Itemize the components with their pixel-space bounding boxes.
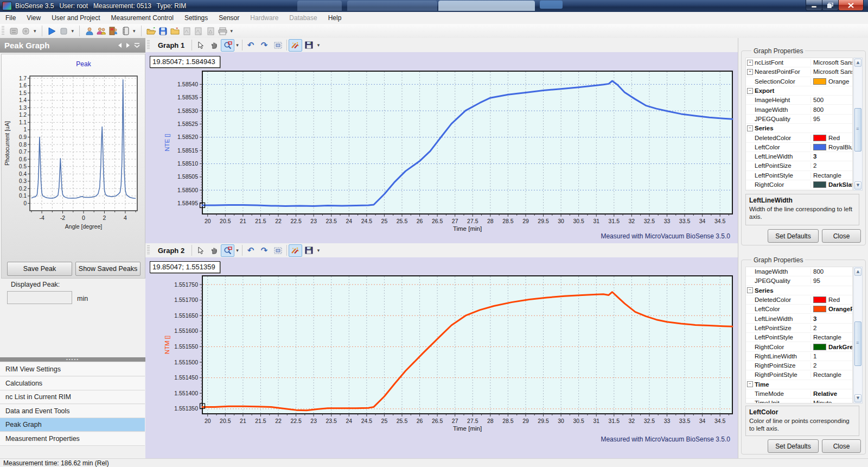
menu-file[interactable]: File <box>0 12 21 23</box>
restore-button[interactable] <box>822 0 839 11</box>
set-defaults-button[interactable]: Set Defaults <box>768 229 819 243</box>
menu-settings[interactable]: Settings <box>179 12 213 23</box>
property-row[interactable]: DeletedColorRed <box>746 133 852 142</box>
users-icon[interactable] <box>95 25 107 37</box>
import-folder-icon[interactable] <box>169 25 181 37</box>
property-row[interactable]: LeftColorRoyalBlue <box>746 143 852 152</box>
property-row[interactable]: RightLineWidth1 <box>746 352 852 361</box>
device-dropdown-arrow[interactable]: ▾ <box>32 28 38 34</box>
menu-user-and-project[interactable]: User and Project <box>46 12 105 23</box>
scrollbar-thumb[interactable] <box>854 108 861 152</box>
property-row[interactable]: JPEGQuality95 <box>746 115 852 124</box>
property-row[interactable]: +ncListFontMicrosoft Sans Ser <box>746 58 852 67</box>
graph1-property-grid[interactable]: +ncListFontMicrosoft Sans Ser+NearestPoi… <box>745 58 853 191</box>
scroll-up-icon[interactable]: ▲ <box>854 268 861 276</box>
zoom-tool-icon[interactable] <box>221 39 234 52</box>
property-row[interactable]: LeftPointStyleRectangle <box>746 333 852 342</box>
scroll-up-icon[interactable]: ▲ <box>854 59 861 67</box>
property-row[interactable]: ImageWidth800 <box>746 105 852 114</box>
zoom-tool-icon[interactable] <box>221 244 234 257</box>
nav-item-peak-graph[interactable]: Peak Graph <box>0 418 145 432</box>
graph-settings-icon[interactable] <box>289 39 302 52</box>
property-row[interactable]: RightLineWidth1 <box>746 190 852 191</box>
redo-icon[interactable]: ↷ <box>258 244 271 257</box>
zoom-dropdown-arrow[interactable]: ▾ <box>234 42 240 48</box>
pan-tool-icon[interactable] <box>207 244 221 257</box>
user-dropdown-arrow[interactable]: ▾ <box>131 28 137 34</box>
graph1-area[interactable]: 19.85047; 1.584943 2020.52121.52222.5232… <box>145 52 738 243</box>
nav-item-calculations[interactable]: Calculations <box>0 377 145 390</box>
graph2-property-grid[interactable]: ImageWidth800JPEGQuality95−SeriesDeleted… <box>745 267 853 403</box>
open-file-icon[interactable] <box>145 25 157 37</box>
panel-collapse-icon[interactable] <box>134 43 140 48</box>
property-row[interactable]: RightColorDarkGreen <box>746 342 852 351</box>
save-graph-icon[interactable] <box>302 244 316 257</box>
close-button[interactable]: Close <box>822 229 861 243</box>
device-disconnect-icon[interactable] <box>20 25 32 37</box>
sensor-notebook-icon[interactable] <box>119 25 131 37</box>
nav-item-rim-view-settings[interactable]: RIM View Settings <box>0 363 145 376</box>
graph2-properties-scrollbar[interactable]: ▲ ▼ <box>853 267 863 403</box>
property-row[interactable]: DeletedColorRed <box>746 295 852 305</box>
property-row[interactable]: LeftLineWidth3 <box>746 152 852 161</box>
zoom-dropdown-arrow[interactable]: ▾ <box>234 248 240 253</box>
pointer-tool-icon[interactable] <box>194 39 207 52</box>
graph1-properties-scrollbar[interactable]: ▲ ▼ <box>853 58 863 191</box>
property-row[interactable]: RightPointSize2 <box>746 361 852 370</box>
undo-icon[interactable]: ↶ <box>244 39 258 52</box>
property-row[interactable]: ImageWidth800 <box>746 267 852 276</box>
property-row[interactable]: ImageHeight500 <box>746 96 852 105</box>
close-button[interactable] <box>838 0 864 11</box>
redo-icon[interactable]: ↷ <box>258 39 271 52</box>
print-dropdown-arrow[interactable]: ▾ <box>229 28 235 34</box>
save-peak-button[interactable]: Save Peak <box>7 262 72 276</box>
menu-view[interactable]: View <box>21 12 46 23</box>
property-row[interactable]: LeftColorOrangeRed <box>746 305 852 314</box>
save-file-icon[interactable] <box>157 25 169 37</box>
undo-icon[interactable]: ↶ <box>244 244 258 257</box>
property-group-row[interactable]: −Export <box>746 86 852 96</box>
peak-chart[interactable]: Peak00.10.20.30.40.50.60.70.80.911.11.21… <box>2 54 144 250</box>
property-row[interactable]: LeftPointSize2 <box>746 161 852 171</box>
property-row[interactable]: +NearestPointForMicrosoft Sans Ser <box>746 67 852 77</box>
property-group-row[interactable]: −Series <box>746 286 852 295</box>
graph-settings-icon[interactable] <box>289 244 302 257</box>
save-graph-dropdown-arrow[interactable]: ▾ <box>316 42 322 48</box>
nav-item-data-and-event-tools[interactable]: Data and Event Tools <box>0 405 145 418</box>
property-group-row[interactable]: −Series <box>746 124 852 133</box>
graph2-area[interactable]: 19.85047; 1.551359 2020.52121.52222.5232… <box>145 257 738 458</box>
panel-prev-icon[interactable] <box>118 43 122 48</box>
property-row[interactable]: TimeUnitMinute <box>746 399 852 403</box>
menu-sensor[interactable]: Sensor <box>213 12 245 23</box>
property-row[interactable]: JPEGQuality95 <box>746 276 852 286</box>
panel-splitter[interactable]: ••••• <box>0 357 145 362</box>
user-icon[interactable] <box>84 25 95 37</box>
save-graph-icon[interactable] <box>302 39 316 52</box>
set-defaults-button[interactable]: Set Defaults <box>768 439 819 453</box>
close-button[interactable]: Close <box>822 439 861 453</box>
property-row[interactable]: RightPointStyleRectangle <box>746 370 852 380</box>
scroll-down-icon[interactable]: ▼ <box>854 181 861 190</box>
menu-measurement-control[interactable]: Measurement Control <box>106 12 179 23</box>
start-measurement-button[interactable] <box>46 25 58 37</box>
property-row[interactable]: LeftPointSize2 <box>746 324 852 333</box>
scroll-down-icon[interactable]: ▼ <box>854 394 861 402</box>
stop-measurement-button[interactable] <box>58 25 70 37</box>
save-graph-dropdown-arrow[interactable]: ▾ <box>316 248 322 253</box>
minimize-button[interactable] <box>806 0 822 11</box>
scrollbar-thumb[interactable] <box>854 321 861 366</box>
property-row[interactable]: TimeModeRelative <box>746 389 852 399</box>
pan-tool-icon[interactable] <box>207 39 221 52</box>
nav-item-nc-list-in-current-rim[interactable]: nc List in Current RIM <box>0 390 145 404</box>
measurement-dropdown-arrow[interactable]: ▾ <box>70 28 76 34</box>
show-saved-peaks-button[interactable]: Show Saved Peaks <box>75 262 141 276</box>
property-row[interactable]: RightColorDarkSlateG <box>746 180 852 190</box>
property-row[interactable]: SelectionColorOrange <box>746 77 852 86</box>
nav-item-measurement-properties[interactable]: Measurement Properties <box>0 432 145 446</box>
logout-door-icon[interactable] <box>107 25 119 37</box>
fit-view-icon[interactable] <box>271 244 285 257</box>
property-row[interactable]: LeftPointStyleRectangle <box>746 171 852 180</box>
device-connect-icon[interactable] <box>8 25 20 37</box>
menu-help[interactable]: Help <box>323 12 347 23</box>
property-group-row[interactable]: −Time <box>746 380 852 389</box>
